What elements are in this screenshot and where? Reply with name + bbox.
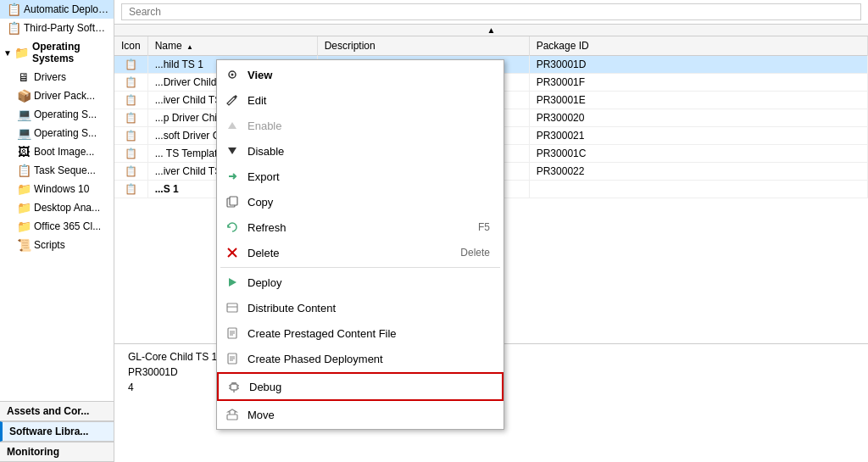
disable-icon xyxy=(224,142,241,159)
svg-rect-7 xyxy=(227,303,237,312)
svg-point-1 xyxy=(231,74,234,76)
op-s1-icon: 💻 xyxy=(17,108,31,121)
desktop-ana-icon: 📁 xyxy=(17,201,31,214)
sidebar-label: Operating Systems xyxy=(32,41,110,64)
office365-icon: 📁 xyxy=(17,220,31,233)
menu-label-refresh: Refresh xyxy=(248,221,478,234)
phased-icon xyxy=(224,350,241,367)
menu-item-view[interactable]: View xyxy=(217,62,504,87)
os-icon: 📁 xyxy=(15,46,29,59)
sidebar-monitoring-section[interactable]: Monitoring xyxy=(0,442,114,462)
sidebar-item-desktop-ana[interactable]: 📁 Desktop Ana... xyxy=(0,198,114,217)
menu-item-phased[interactable]: Create Phased Deployment xyxy=(217,346,504,371)
sidebar-item-office365[interactable]: 📁 Office 365 Cl... xyxy=(0,217,114,236)
sidebar-item-driver-packs[interactable]: 📦 Driver Pack... xyxy=(0,86,114,105)
menu-item-debug[interactable]: Debug xyxy=(217,372,504,401)
sidebar: 📋 Automatic Deployment Rules 📋 Third-Par… xyxy=(0,0,114,462)
prestaged-icon xyxy=(224,325,241,342)
sidebar-label: Scripts xyxy=(34,239,65,251)
copy-icon xyxy=(224,193,241,210)
search-input[interactable] xyxy=(121,3,861,20)
sidebar-item-drivers[interactable]: 🖥 Drivers xyxy=(0,68,114,86)
menu-item-export[interactable]: Export xyxy=(217,164,504,189)
software-library-label: Software Libra... xyxy=(9,426,88,437)
sidebar-item-operating-systems[interactable]: ▼ 📁 Operating Systems xyxy=(0,37,114,68)
assets-label: Assets and Cor... xyxy=(7,405,89,417)
sidebar-label: Drivers xyxy=(34,71,66,83)
col-package-id[interactable]: Package ID xyxy=(529,36,867,56)
col-description[interactable]: Description xyxy=(317,36,529,56)
delete-icon xyxy=(224,244,241,261)
sidebar-software-library-section[interactable]: Software Libra... xyxy=(0,421,114,442)
row-icon: 📋 xyxy=(114,92,147,109)
task-seq-icon: 📋 xyxy=(17,164,31,177)
menu-item-prestaged[interactable]: Create Prestaged Content File xyxy=(217,320,504,346)
refresh-icon xyxy=(224,219,241,236)
row-icon: 📋 xyxy=(114,127,147,145)
row-icon: 📋 xyxy=(114,163,147,181)
row-package-id: PR30001E xyxy=(529,92,867,109)
row-package-id: PR300022 xyxy=(529,163,867,181)
menu-shortcut-delete: Delete xyxy=(460,247,490,259)
sidebar-label: Desktop Ana... xyxy=(34,202,100,214)
row-icon: 📋 xyxy=(114,109,147,127)
move-icon xyxy=(224,406,241,423)
menu-label-deploy: Deploy xyxy=(248,276,490,289)
menu-label-copy: Copy xyxy=(248,196,490,209)
search-bar xyxy=(114,0,868,25)
menu-label-edit: Edit xyxy=(248,94,490,107)
row-icon: 📋 xyxy=(114,56,147,74)
sidebar-item-operating-s2[interactable]: 💻 Operating S... xyxy=(0,124,114,142)
row-package-id xyxy=(529,181,867,198)
sidebar-label: Office 365 Cl... xyxy=(34,220,101,232)
export-icon xyxy=(224,168,241,185)
sidebar-item-auto-deploy[interactable]: 📋 Automatic Deployment Rules xyxy=(0,0,114,19)
svg-rect-24 xyxy=(227,415,237,420)
col-name[interactable]: Name ▲ xyxy=(147,36,317,56)
sidebar-item-task-seque[interactable]: 📋 Task Seque... xyxy=(0,161,114,180)
menu-label-debug: Debug xyxy=(249,381,488,393)
auto-deploy-icon: 📋 xyxy=(7,3,20,16)
menu-label-disable: Disable xyxy=(248,145,490,158)
scripts-icon: 📜 xyxy=(17,238,31,252)
menu-item-copy[interactable]: Copy xyxy=(217,189,504,214)
menu-item-disable[interactable]: Disable xyxy=(217,138,504,164)
scroll-up-indicator[interactable]: ▲ xyxy=(114,25,868,36)
svg-rect-3 xyxy=(230,197,237,205)
edit-icon xyxy=(224,92,241,109)
sidebar-item-scripts[interactable]: 📜 Scripts xyxy=(0,236,114,254)
menu-label-distribute: Distribute Content xyxy=(248,302,490,314)
enable-icon xyxy=(224,117,241,134)
menu-item-refresh[interactable]: Refresh F5 xyxy=(217,214,504,240)
sidebar-label: Third-Party Software Update Catalogs xyxy=(24,22,110,34)
boot-img-icon: 🖼 xyxy=(17,145,31,159)
menu-item-enable[interactable]: Enable xyxy=(217,113,504,138)
sidebar-assets-section[interactable]: Assets and Cor... xyxy=(0,401,114,421)
menu-item-move[interactable]: Move xyxy=(217,402,504,427)
menu-label-delete: Delete xyxy=(248,247,460,259)
menu-item-deploy[interactable]: Deploy xyxy=(217,270,504,295)
menu-label-export: Export xyxy=(248,170,490,183)
col-icon[interactable]: Icon xyxy=(114,36,147,56)
sort-arrow: ▲ xyxy=(186,43,193,51)
third-party-icon: 📋 xyxy=(7,21,20,35)
debug-icon xyxy=(225,378,242,395)
menu-item-distribute[interactable]: Distribute Content xyxy=(217,295,504,320)
menu-label-move: Move xyxy=(248,409,490,421)
sidebar-item-third-party[interactable]: 📋 Third-Party Software Update Catalogs xyxy=(0,19,114,37)
menu-separator-1 xyxy=(220,267,500,268)
sidebar-label: Windows 10 xyxy=(34,183,89,195)
sidebar-item-boot-images[interactable]: 🖼 Boot Image... xyxy=(0,142,114,161)
sidebar-label: Boot Image... xyxy=(34,146,94,158)
row-package-id: PR300020 xyxy=(529,109,867,127)
menu-item-delete[interactable]: Delete Delete xyxy=(217,240,504,265)
row-icon: 📋 xyxy=(114,74,147,92)
drivers-icon: 🖥 xyxy=(17,70,31,84)
view-icon xyxy=(224,66,241,83)
row-package-id: PR30001F xyxy=(529,74,867,92)
menu-item-edit[interactable]: Edit xyxy=(217,87,504,113)
deploy-icon xyxy=(224,274,241,291)
sidebar-item-operating-s1[interactable]: 💻 Operating S... xyxy=(0,105,114,124)
menu-label-view: View xyxy=(248,69,490,81)
sidebar-item-windows10[interactable]: 📁 Windows 10 xyxy=(0,180,114,198)
